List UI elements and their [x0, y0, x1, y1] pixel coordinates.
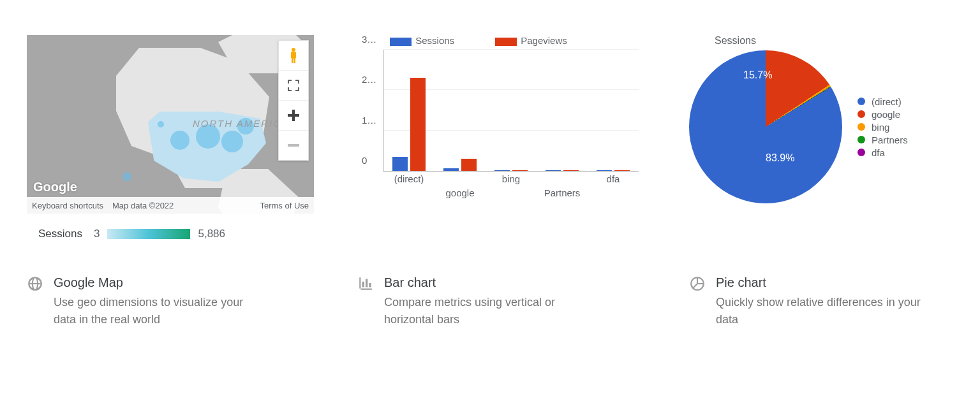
svg-point-0	[292, 48, 295, 52]
zoom-in-icon[interactable]	[279, 101, 308, 131]
bar-legend: Sessions Pageviews	[357, 35, 638, 46]
page: NORTH AMERICA Google Keyboard shortcuts	[0, 0, 980, 401]
legend-swatch-sessions	[390, 38, 412, 46]
map-bubble	[122, 172, 131, 181]
google-watermark: Google	[33, 180, 77, 194]
caption-desc: Use geo dimensions to visualize your dat…	[54, 294, 264, 328]
map-legend: Sessions 3 5,886	[27, 228, 314, 240]
map-keyboard-shortcuts[interactable]: Keyboard shortcuts	[32, 201, 103, 210]
legend-label-sessions: Sessions	[415, 35, 454, 46]
svg-rect-2	[292, 59, 293, 63]
caption-desc: Quickly show relative differences in you…	[716, 294, 926, 328]
map-legend-label: Sessions	[38, 228, 82, 240]
bar-plot: 0 1… 2… 3… (direct) google bing Partners…	[383, 50, 639, 171]
x-tick: dfa	[607, 171, 620, 184]
caption-pie: Pie chart Quickly show relative differen…	[689, 275, 926, 328]
pie-slice-label-google: 15.7%	[743, 69, 772, 81]
pie-legend-item: Partners	[858, 135, 908, 145]
map-terms[interactable]: Terms of Use	[260, 201, 309, 210]
bar-chart-icon	[357, 275, 375, 328]
legend-label-pageviews: Pageviews	[521, 35, 567, 46]
globe-icon	[27, 275, 45, 328]
caption-bar: Bar chart Compare metrics using vertical…	[357, 275, 595, 328]
x-tick: Partners	[544, 171, 581, 198]
svg-rect-3	[294, 59, 296, 63]
pie-legend-item: bing	[858, 122, 908, 133]
bar-pageviews-google	[461, 159, 477, 171]
map-bubble	[158, 121, 164, 128]
map-bubble	[221, 131, 243, 152]
legend-dot	[858, 136, 865, 143]
pie-chart-card: Sessions 15.7% 83.9% (direct) google bin…	[689, 35, 963, 203]
map-attribution: Map data ©2022	[112, 201, 174, 210]
svg-rect-5	[288, 114, 299, 117]
map-footer: Keyboard shortcuts Map data ©2022 Terms …	[27, 197, 314, 214]
pie-chart-icon	[689, 275, 707, 328]
caption-title: Bar chart	[384, 275, 595, 290]
pie-chart: 15.7% 83.9%	[689, 50, 842, 203]
caption-title: Pie chart	[716, 275, 926, 290]
svg-rect-1	[291, 52, 296, 59]
x-tick: (direct)	[394, 171, 424, 184]
pie-legend-item: (direct)	[858, 96, 908, 107]
caption-map: Google Map Use geo dimensions to visuali…	[27, 275, 264, 328]
caption-title: Google Map	[54, 275, 264, 290]
zoom-out-icon[interactable]	[279, 131, 308, 160]
legend-dot	[858, 149, 865, 156]
map-legend-gradient	[107, 229, 190, 239]
map-card: NORTH AMERICA Google Keyboard shortcuts	[27, 35, 314, 240]
x-tick: bing	[502, 171, 520, 184]
map-region-label: NORTH AMERICA	[193, 118, 289, 129]
legend-dot	[858, 123, 865, 131]
google-map[interactable]: NORTH AMERICA Google Keyboard shortcuts	[27, 35, 314, 214]
map-bubble	[170, 131, 189, 150]
bar-pageviews-direct	[410, 78, 426, 171]
legend-swatch-pageviews	[495, 38, 517, 46]
pie-legend-item: dfa	[858, 147, 908, 158]
map-legend-max: 5,886	[198, 228, 225, 240]
y-tick: 0	[362, 155, 367, 166]
bar-chart-card: Sessions Pageviews 0 1… 2… 3… (direct) g…	[357, 35, 638, 171]
map-legend-min: 3	[94, 228, 100, 240]
bar-sessions-direct	[392, 157, 408, 171]
y-tick: 3…	[362, 34, 376, 45]
pie-slice-label-direct: 83.9%	[766, 152, 794, 164]
caption-desc: Compare metrics using vertical or horizo…	[384, 294, 595, 328]
map-controls	[278, 40, 309, 161]
x-tick: google	[445, 171, 474, 198]
fullscreen-icon[interactable]	[279, 71, 308, 101]
y-tick: 2…	[362, 74, 376, 85]
y-tick: 1…	[362, 114, 376, 125]
legend-dot	[858, 98, 865, 105]
legend-dot	[858, 110, 865, 118]
pie-legend: (direct) google bing Partners dfa	[858, 94, 908, 160]
pegman-icon[interactable]	[279, 41, 308, 71]
pie-legend-item: google	[858, 109, 908, 120]
pie-title: Sessions	[715, 35, 963, 47]
svg-rect-6	[288, 144, 299, 147]
